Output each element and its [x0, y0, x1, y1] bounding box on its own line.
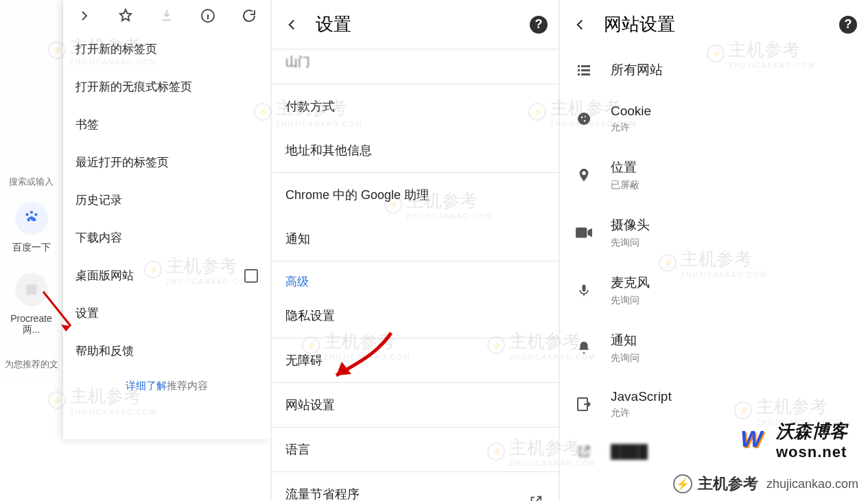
menu-label: 打开新的标签页 [75, 41, 157, 57]
learn-more-rest: 推荐内容 [167, 380, 208, 391]
svg-rect-0 [26, 285, 36, 295]
advanced-section-label: 高级 [272, 261, 559, 294]
svg-point-9 [581, 117, 583, 119]
row-all-sites[interactable]: 所有网站 [560, 49, 868, 91]
wosn-domain: wosn.net [776, 443, 847, 461]
menu-recent-tabs[interactable]: 最近打开的标签页 [63, 143, 270, 181]
shortcut-baidu[interactable] [15, 202, 48, 235]
menu-new-tab[interactable]: 打开新的标签页 [63, 30, 270, 68]
svg-point-8 [578, 113, 590, 125]
star-icon[interactable] [117, 7, 134, 25]
menu-new-incognito[interactable]: 打开新的无痕式标签页 [63, 68, 270, 106]
row-title: ████ [611, 444, 648, 459]
settings-google-assistant[interactable]: Chrome 中的 Google 助理 [272, 173, 559, 217]
svg-rect-3 [581, 65, 590, 67]
menu-label: 打开新的无痕式标签页 [75, 79, 192, 95]
exit-to-app-icon [574, 396, 594, 412]
list-icon [574, 62, 594, 78]
download-icon [158, 7, 176, 25]
browser-overflow-menu: 打开新的标签页 打开新的无痕式标签页 书签 最近打开的标签页 历史记录 下载内容… [63, 0, 270, 439]
row-sub: 允许 [611, 121, 651, 134]
row-location[interactable]: 位置已屏蔽 [560, 146, 868, 204]
svg-rect-2 [578, 65, 580, 67]
menu-bookmarks[interactable]: 书签 [63, 106, 270, 143]
row-sub: 允许 [611, 407, 672, 419]
row-sub: 先询问 [611, 352, 640, 364]
row-title: 所有网站 [611, 61, 663, 79]
row-cookies[interactable]: Cookie允许 [560, 91, 868, 146]
refresh-icon[interactable] [240, 7, 258, 25]
menu-label: 最近打开的标签页 [75, 154, 169, 170]
zjck-domain: zhujicankao.com [766, 477, 858, 491]
settings-site-settings[interactable]: 网站设置 [272, 383, 559, 427]
help-icon[interactable]: ? [530, 16, 548, 34]
menu-help-feedback[interactable]: 帮助和反馈 [63, 332, 270, 370]
back-icon[interactable] [571, 16, 589, 34]
row-title: JavaScript [611, 389, 672, 404]
forward-icon[interactable] [75, 7, 93, 25]
zhujicankao-branding: ⚡ 主机参考 zhujicankao.com [673, 474, 858, 494]
open-in-new-icon [574, 444, 594, 459]
menu-label: 书签 [75, 117, 99, 132]
row-sub: 先询问 [611, 294, 650, 307]
menu-label: 帮助和反馈 [75, 343, 134, 359]
settings-notifications[interactable]: 通知 [272, 217, 559, 261]
row-title: 麦克风 [611, 274, 650, 292]
row-title: 通知 [611, 331, 640, 349]
row-sub: 先询问 [611, 237, 650, 249]
row-camera[interactable]: 摄像头先询问 [560, 204, 868, 261]
menu-desktop-site[interactable]: 桌面版网站 [63, 257, 270, 294]
location-icon [574, 166, 594, 184]
info-icon[interactable] [199, 7, 217, 25]
wosn-name: 沃森博客 [776, 419, 847, 443]
svg-rect-6 [578, 73, 580, 75]
desktop-site-checkbox[interactable] [244, 269, 258, 283]
settings-languages[interactable]: 语言 [272, 428, 559, 471]
settings-privacy[interactable]: 隐私设置 [272, 294, 559, 338]
learn-more-blue: 详细了解 [126, 380, 167, 391]
row-sub: 已屏蔽 [611, 179, 640, 191]
wosn-logo-icon: W [740, 426, 771, 456]
svg-rect-4 [578, 69, 580, 71]
menu-label: 桌面版网站 [75, 268, 134, 283]
camera-icon [574, 226, 594, 240]
svg-rect-12 [576, 227, 587, 237]
row-title: 位置 [611, 159, 640, 176]
open-in-new-icon [527, 493, 545, 501]
wosn-branding: W 沃森博客 wosn.net [740, 419, 847, 461]
row-microphone[interactable]: 麦克风先询问 [560, 261, 868, 319]
help-icon[interactable]: ? [839, 16, 857, 34]
settings-addresses[interactable]: 地址和其他信息 [272, 128, 559, 172]
site-settings-header: 网站设置 ? [560, 0, 868, 49]
row-title: 摄像头 [611, 216, 650, 234]
back-icon[interactable] [283, 16, 301, 34]
menu-label: 历史记录 [75, 192, 122, 208]
site-settings-title: 网站设置 [604, 12, 824, 36]
menu-history[interactable]: 历史记录 [63, 181, 270, 219]
menu-downloads[interactable]: 下载内容 [63, 219, 270, 257]
svg-point-10 [585, 116, 586, 117]
data-saver-title: 流量节省程序 [285, 486, 360, 501]
settings-payment-methods[interactable]: 付款方式 [272, 84, 559, 128]
browser-background-sliver: 搜索或输入 百度一下 Procreate两... 为您推荐的文 [0, 0, 63, 384]
omnibox-truncated[interactable]: 搜索或输入 [0, 172, 62, 192]
row-title: Cookie [611, 104, 651, 119]
learn-more-link[interactable]: 详细了解推荐内容 [63, 370, 270, 402]
row-notifications[interactable]: 通知先询问 [560, 319, 868, 377]
settings-accessibility[interactable]: 无障碍 [272, 338, 559, 382]
mic-icon [574, 281, 594, 299]
svg-rect-5 [581, 69, 590, 71]
svg-rect-7 [581, 73, 590, 75]
settings-title: 设置 [316, 12, 515, 36]
svg-rect-13 [583, 285, 586, 292]
menu-settings[interactable]: 设置 [63, 294, 270, 332]
svg-point-11 [584, 120, 586, 122]
settings-data-saver[interactable]: 流量节省程序 关闭 [272, 472, 559, 501]
menu-label: 设置 [75, 305, 99, 321]
shortcut-procreate[interactable] [15, 273, 48, 306]
settings-header: 设置 ? [272, 0, 559, 49]
shortcut-baidu-label: 百度一下 [0, 237, 62, 258]
shortcut-procreate-label: Procreate两... [0, 309, 62, 340]
settings-row-truncated[interactable]: 山门 [272, 49, 559, 84]
bell-icon [574, 340, 594, 356]
